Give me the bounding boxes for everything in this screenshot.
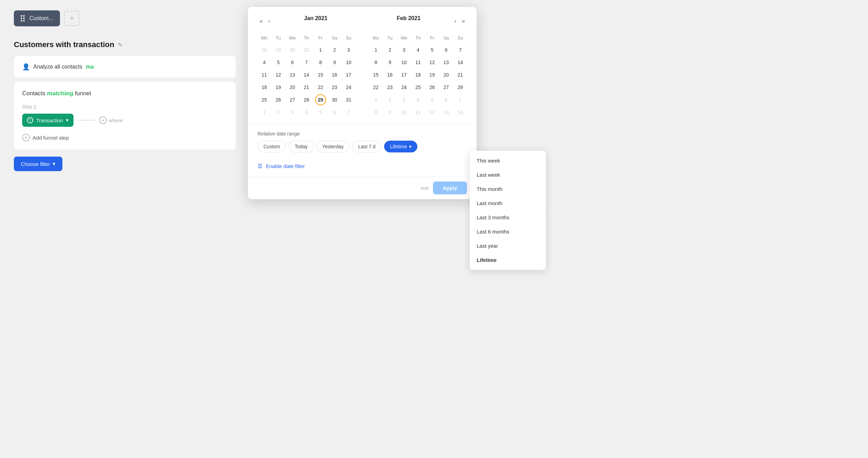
jan-day[interactable]: 28 xyxy=(301,94,312,105)
jan-day[interactable]: 5 xyxy=(273,57,284,68)
feb-day[interactable]: 15 xyxy=(370,69,381,80)
add-segment-button[interactable]: + xyxy=(64,11,79,26)
transaction-button[interactable]: T Transaction ▾ xyxy=(22,114,73,127)
jan-day[interactable]: 7 xyxy=(343,107,354,118)
custom-range-button[interactable]: Custom xyxy=(258,141,286,152)
feb-day[interactable]: 9 xyxy=(384,107,396,118)
jan-day[interactable]: 24 xyxy=(343,82,354,93)
feb-day[interactable]: 17 xyxy=(398,69,409,80)
dropdown-last-6-months[interactable]: Last 6 months xyxy=(470,224,546,239)
feb-day[interactable]: 18 xyxy=(413,69,424,80)
jan-day[interactable]: 23 xyxy=(329,82,340,93)
jan-day[interactable]: 25 xyxy=(259,94,270,105)
jan-day[interactable]: 28 xyxy=(259,44,270,55)
feb-day[interactable]: 3 xyxy=(398,44,409,55)
feb-day[interactable]: 4 xyxy=(413,44,424,55)
jan-day[interactable]: 13 xyxy=(287,69,298,80)
lifetime-button[interactable]: Lifetime ▾ xyxy=(384,141,417,152)
jan-day[interactable]: 31 xyxy=(343,94,354,105)
feb-day[interactable]: 4 xyxy=(413,94,424,105)
feb-day[interactable]: 7 xyxy=(455,94,466,105)
feb-day[interactable]: 6 xyxy=(441,44,452,55)
feb-day[interactable]: 5 xyxy=(427,44,438,55)
jan-day[interactable]: 1 xyxy=(259,107,270,118)
jan-day[interactable]: 9 xyxy=(329,57,340,68)
feb-day[interactable]: 16 xyxy=(384,69,396,80)
dropdown-last-week[interactable]: Last week xyxy=(470,168,546,182)
jan-day[interactable]: 17 xyxy=(343,69,354,80)
dropdown-this-month[interactable]: This month xyxy=(470,182,546,196)
prev-prev-month-button[interactable]: « xyxy=(258,17,265,26)
jan-day[interactable]: 2 xyxy=(329,44,340,55)
where-button[interactable]: + where xyxy=(99,116,123,124)
jan-day-29-today[interactable]: 29 xyxy=(315,94,326,105)
jan-day[interactable]: 4 xyxy=(301,107,312,118)
feb-day[interactable]: 26 xyxy=(427,82,438,93)
feb-day[interactable]: 10 xyxy=(398,107,409,118)
jan-day[interactable]: 31 xyxy=(301,44,312,55)
jan-day[interactable]: 3 xyxy=(343,44,354,55)
feb-day[interactable]: 10 xyxy=(398,57,409,68)
dropdown-last-year[interactable]: Last year xyxy=(470,239,546,253)
last-7d-button[interactable]: Last 7 d xyxy=(352,141,381,152)
jan-day[interactable]: 21 xyxy=(301,82,312,93)
feb-day[interactable]: 13 xyxy=(441,57,452,68)
prev-month-button[interactable]: ‹ xyxy=(266,17,272,26)
jan-day[interactable]: 12 xyxy=(273,69,284,80)
edit-icon[interactable]: ✎ xyxy=(118,42,122,48)
feb-day[interactable]: 27 xyxy=(441,82,452,93)
yesterday-button[interactable]: Yesterday xyxy=(316,141,350,152)
feb-day[interactable]: 20 xyxy=(441,69,452,80)
jan-day[interactable]: 7 xyxy=(301,57,312,68)
feb-day[interactable]: 22 xyxy=(370,82,381,93)
dropdown-last-month[interactable]: Last month xyxy=(470,196,546,210)
feb-day[interactable]: 13 xyxy=(441,107,452,118)
feb-day[interactable]: 14 xyxy=(455,107,466,118)
feb-day[interactable]: 3 xyxy=(398,94,409,105)
jan-day[interactable]: 19 xyxy=(273,82,284,93)
jan-day[interactable]: 29 xyxy=(273,44,284,55)
enable-date-filter-link[interactable]: Enable date filter xyxy=(266,163,305,169)
jan-day[interactable]: 15 xyxy=(315,69,326,80)
jan-day[interactable]: 26 xyxy=(273,94,284,105)
feb-day[interactable]: 9 xyxy=(384,57,396,68)
feb-day[interactable]: 1 xyxy=(370,94,381,105)
jan-day[interactable]: 2 xyxy=(273,107,284,118)
next-next-month-button[interactable]: » xyxy=(460,17,467,26)
add-funnel-step-button[interactable]: + Add funnel step xyxy=(22,134,69,141)
jan-day[interactable]: 27 xyxy=(287,94,298,105)
feb-day[interactable]: 12 xyxy=(427,107,438,118)
next-month-button[interactable]: › xyxy=(452,17,458,26)
feb-day[interactable]: 14 xyxy=(455,57,466,68)
apply-button[interactable]: Apply xyxy=(433,182,467,194)
feb-day[interactable]: 23 xyxy=(384,82,396,93)
choose-filter-button[interactable]: Choose filter ▾ xyxy=(14,157,62,171)
feb-day[interactable]: 12 xyxy=(427,57,438,68)
jan-day[interactable]: 18 xyxy=(259,82,270,93)
feb-day[interactable]: 25 xyxy=(413,82,424,93)
feb-day[interactable]: 7 xyxy=(455,44,466,55)
feb-day[interactable]: 8 xyxy=(370,57,381,68)
feb-day[interactable]: 11 xyxy=(413,107,424,118)
feb-day[interactable]: 19 xyxy=(427,69,438,80)
feb-day[interactable]: 5 xyxy=(427,94,438,105)
custom-button[interactable]: Custom... xyxy=(14,10,60,26)
feb-day[interactable]: 28 xyxy=(455,82,466,93)
jan-day[interactable]: 1 xyxy=(315,44,326,55)
jan-day[interactable]: 8 xyxy=(315,57,326,68)
dropdown-last-3-months[interactable]: Last 3 months xyxy=(470,210,546,224)
feb-day[interactable]: 2 xyxy=(384,44,396,55)
jan-day[interactable]: 3 xyxy=(287,107,298,118)
jan-day[interactable]: 30 xyxy=(287,44,298,55)
jan-day[interactable]: 10 xyxy=(343,57,354,68)
jan-day[interactable]: 6 xyxy=(287,57,298,68)
feb-day[interactable]: 1 xyxy=(370,44,381,55)
jan-day[interactable]: 6 xyxy=(329,107,340,118)
feb-day[interactable]: 8 xyxy=(370,107,381,118)
jan-day[interactable]: 22 xyxy=(315,82,326,93)
jan-day[interactable]: 4 xyxy=(259,57,270,68)
jan-day[interactable]: 5 xyxy=(315,107,326,118)
feb-day[interactable]: 2 xyxy=(384,94,396,105)
feb-day[interactable]: 6 xyxy=(441,94,452,105)
dropdown-lifetime[interactable]: Lifetime xyxy=(470,253,546,267)
